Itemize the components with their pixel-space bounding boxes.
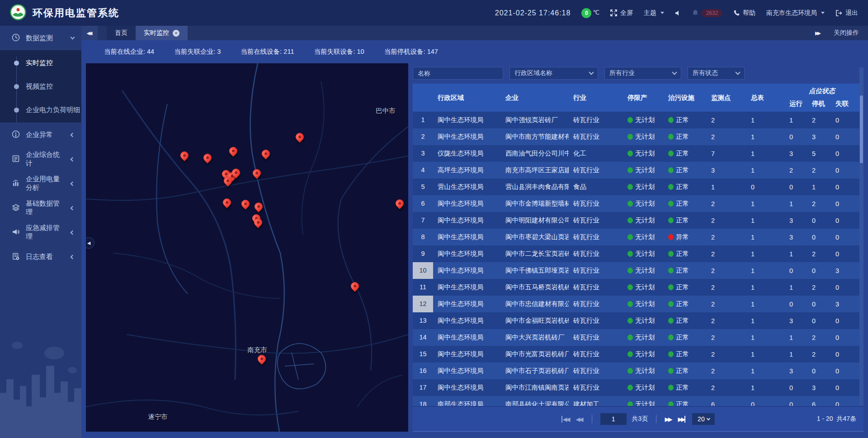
sidebar-item-power-analysis[interactable]: 企业用电量分析 <box>0 171 81 196</box>
cell-points: 2 <box>707 267 746 274</box>
sidebar-item-enterprise-statistics[interactable]: 企业综合统计 <box>0 147 81 171</box>
cell-running: 3 <box>785 234 807 241</box>
table-row[interactable]: 13阆中生态环境局阆中市金福旺页岩机砖砖瓦行业无计划正常21300 <box>413 312 863 329</box>
sidebar-item-data-monitoring[interactable]: 数据监测 <box>0 26 81 50</box>
cell-industry: 砖瓦行业 <box>569 283 623 292</box>
scrollbar-thumb[interactable] <box>860 95 863 163</box>
cell-points: 2 <box>707 351 746 358</box>
table-row[interactable]: 10阆中生态环境局阆中千佛镇五郎垭页岩砖瓦行业无计划正常21003 <box>413 262 863 279</box>
region-filter-select[interactable]: 行政区域名称 <box>509 67 598 80</box>
last-page-button[interactable]: ▶▶ <box>678 416 687 423</box>
sidebar-item-enterprise-abnormal[interactable]: 企业异常 <box>0 122 81 147</box>
cell-facility: 正常 <box>664 149 707 158</box>
status-dot-green <box>668 284 674 290</box>
tabs-scroll-left-button[interactable]: ◀◀ <box>81 26 98 40</box>
app-root: 环保用电监管系统 2021-02-25 17:46:18 0 ℃ 全屏 主题 <box>0 0 868 438</box>
cell-points: 2 <box>707 200 746 207</box>
cell-meters: 1 <box>746 317 785 325</box>
cell-offline: 0 <box>831 384 859 391</box>
table-row[interactable]: 12阆中生态环境局阆中市忠信建材有限公砖瓦行业无计划正常21003 <box>413 296 863 312</box>
table-row[interactable]: 14阆中生态环境局阆中大兴页岩机砖厂砖瓦行业无计划正常21120 <box>413 329 863 346</box>
sidebar-item-log-view[interactable]: 日志查看 <box>0 245 81 269</box>
notifications[interactable]: 2632 <box>692 9 722 17</box>
app-logo-icon <box>10 4 26 22</box>
cell-offline: 3 <box>831 301 859 308</box>
tabs-scroll-right-button[interactable]: ▶▶ <box>815 30 821 36</box>
cell-stopped: 2 <box>807 200 831 207</box>
page-number-input[interactable] <box>600 413 627 425</box>
workspace: 巴中市南充市遂宁市 ◀ 行政区域名称 所有行业 所有状态 <box>86 63 863 432</box>
cell-limit: 无计划 <box>623 233 664 241</box>
logout-button[interactable]: 退出 <box>835 9 858 17</box>
cell-meters: 1 <box>746 301 785 308</box>
table-row[interactable]: 4高坪生态环境局南充市高坪区王家店建砖瓦行业无计划正常31220 <box>413 162 863 179</box>
row-number: 1 <box>413 112 433 128</box>
table-row[interactable]: 1阆中生态环境局阆中强锐页岩砖厂砖瓦行业无计划正常21120 <box>413 112 863 128</box>
table-row[interactable]: 16阆中生态环境局阆中市石子页岩机砖厂砖瓦行业无计划正常21300 <box>413 363 863 379</box>
sidebar-item-emergency-reduction[interactable]: 应急减排管理 <box>0 220 81 245</box>
stat-item: 当前失联设备: 10 <box>314 47 364 56</box>
table-row[interactable]: 5营山生态环境局营山县润丰肉食品有限食品无计划正常10010 <box>413 179 863 195</box>
column-header-industry: 行业 <box>569 94 623 102</box>
cell-region: 阆中生态环境局 <box>433 333 501 342</box>
previous-page-button[interactable]: ◀◀ <box>576 416 584 423</box>
temperature: 0 ℃ <box>581 8 599 18</box>
cell-industry: 砖瓦行业 <box>569 266 623 275</box>
cell-company: 南部县砖化土泥有限公 <box>501 400 569 406</box>
cell-stopped: 0 <box>807 317 831 325</box>
org-menu[interactable]: 南充市生态环境局 <box>766 9 825 17</box>
cell-region: 阆中生态环境局 <box>433 266 501 275</box>
table-row[interactable]: 11阆中生态环境局阆中市五马桥页岩机砖砖瓦行业无计划正常21120 <box>413 279 863 296</box>
cell-meters: 1 <box>746 234 785 241</box>
name-filter-field[interactable] <box>413 67 503 80</box>
cell-limit: 无计划 <box>623 350 664 358</box>
fullscreen-button[interactable]: 全屏 <box>610 9 633 17</box>
mute-button[interactable] <box>675 10 681 16</box>
cell-region: 仪陇生态环境局 <box>433 149 501 158</box>
cell-offline: 0 <box>831 200 859 207</box>
sidebar-item-video-monitoring[interactable]: 视频监控 <box>0 75 81 98</box>
cell-stopped: 0 <box>807 267 831 274</box>
cell-running: 1 <box>785 200 807 207</box>
next-page-button[interactable]: ▶▶ <box>665 416 672 423</box>
table-row[interactable]: 17阆中生态环境局阆中市江南镇阆南页岩砖瓦行业无计划正常21030 <box>413 379 863 396</box>
sidebar-item-realtime-monitoring[interactable]: 实时监控 <box>0 51 81 75</box>
table-row[interactable]: 18南部生态环境局南部县砖化土泥有限公建材加工无计划正常60060 <box>413 396 863 406</box>
cell-facility: 正常 <box>664 166 707 174</box>
table-scrollbar[interactable] <box>859 67 863 406</box>
cell-limit: 无计划 <box>623 166 664 174</box>
table-row[interactable]: 7阆中生态环境局阆中明阳建材有限公司砖瓦行业无计划正常21300 <box>413 212 863 229</box>
sidebar-item-base-data[interactable]: 基础数据管理 <box>0 196 81 220</box>
tab-home[interactable]: 首页 <box>107 26 136 40</box>
cell-stopped: 5 <box>807 150 831 157</box>
cell-meters: 1 <box>746 284 785 291</box>
status-dot-green <box>627 217 633 223</box>
cell-stopped: 1 <box>807 184 831 191</box>
sidebar-item-power-load-detail[interactable]: 企业电力负荷明细 <box>0 98 81 122</box>
industry-filter-select[interactable]: 所有行业 <box>604 67 681 80</box>
map-labels-layer: 巴中市南充市遂宁市 <box>86 63 408 432</box>
table-row[interactable]: 15阆中生态环境局阆中市光富页岩机砖厂砖瓦行业无计划正常21120 <box>413 346 863 363</box>
status-filter-select[interactable]: 所有状态 <box>688 67 745 80</box>
column-header-limit: 停限产 <box>623 94 664 102</box>
cell-points: 2 <box>707 334 746 341</box>
name-filter-input[interactable] <box>418 70 498 77</box>
table-row[interactable]: 6阆中生态环境局阆中市金博瑞新型墙材砖瓦行业无计划正常21120 <box>413 195 863 212</box>
close-tab-icon[interactable]: × <box>173 30 179 37</box>
phone-icon <box>733 10 740 16</box>
cell-limit: 无计划 <box>623 266 664 275</box>
table-row[interactable]: 2阆中生态环境局阆中市南方节能建材有砖瓦行业无计划正常21030 <box>413 128 863 145</box>
tab-realtime-monitoring[interactable]: 实时监控 × <box>136 26 188 40</box>
page-size-select[interactable]: 20 <box>692 413 715 425</box>
chevron-left-icon <box>71 157 75 161</box>
map[interactable]: 巴中市南充市遂宁市 ◀ <box>86 63 408 432</box>
first-page-button[interactable]: ◀◀ <box>561 416 571 423</box>
theme-menu[interactable]: 主题 <box>644 9 664 17</box>
close-operations-menu[interactable]: 关闭操作 <box>834 29 859 37</box>
table-row[interactable]: 3仪陇生态环境局西南油气田分公司川中化工无计划正常71350 <box>413 145 863 162</box>
cell-region: 营山生态环境局 <box>433 183 501 191</box>
table-row[interactable]: 9阆中生态环境局阆中市二龙长宝页岩砖砖瓦行业无计划正常21120 <box>413 245 863 262</box>
cell-stopped: 0 <box>807 301 831 308</box>
help-button[interactable]: 帮助 <box>733 9 755 17</box>
table-row[interactable]: 8阆中生态环境局阆中市枣碧大梁山页岩砖瓦行业无计划异常21300 <box>413 229 863 245</box>
